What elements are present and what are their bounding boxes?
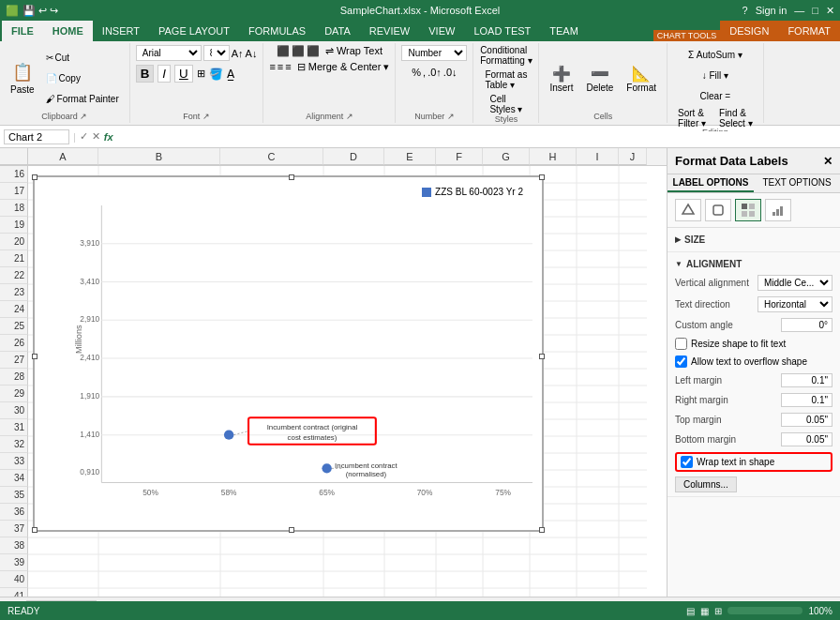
- paste-button[interactable]: 📋 Paste: [6, 51, 39, 107]
- autosum-btn[interactable]: Σ AutoSum ▾: [683, 45, 747, 64]
- copy-button[interactable]: 📄Copy: [41, 69, 124, 88]
- italic-button[interactable]: I: [158, 65, 171, 83]
- tab-load-test[interactable]: LOAD TEST: [464, 21, 540, 41]
- row-18[interactable]: 18: [0, 200, 28, 217]
- row-32[interactable]: 32: [0, 436, 28, 453]
- chart-area[interactable]: ZZS BL 60-0023 Yr 2: [33, 175, 544, 532]
- size-section-header[interactable]: ▶ SIZE: [675, 232, 832, 248]
- row-36[interactable]: 36: [0, 504, 28, 521]
- comma-btn[interactable]: ,: [423, 67, 426, 78]
- row-33[interactable]: 33: [0, 453, 28, 470]
- fill-btn[interactable]: ↓ Fill ▾: [698, 66, 733, 84]
- font-shrink-btn[interactable]: A↓: [246, 48, 258, 59]
- align-right-btn[interactable]: ≡: [285, 61, 291, 73]
- row-40[interactable]: 40: [0, 571, 28, 588]
- format-painter-button[interactable]: 🖌Format Painter: [41, 90, 124, 109]
- row-31[interactable]: 31: [0, 419, 28, 436]
- resize-handle-mr[interactable]: [539, 354, 545, 359]
- col-header-A[interactable]: A: [28, 148, 98, 165]
- row-23[interactable]: 23: [0, 284, 28, 301]
- find-select-btn[interactable]: Find &Select ▾: [714, 109, 758, 128]
- help-btn[interactable]: ?: [742, 5, 748, 16]
- view-normal-btn[interactable]: ▤: [686, 606, 695, 616]
- row-25[interactable]: 25: [0, 318, 28, 335]
- resize-handle-ml[interactable]: [32, 354, 38, 359]
- wrap-text-btn[interactable]: ⇌ Wrap Text: [325, 45, 382, 57]
- align-top-right-btn[interactable]: ⬛: [307, 45, 320, 57]
- cancel-icon[interactable]: ✕: [92, 130, 100, 143]
- col-header-F[interactable]: F: [436, 148, 483, 165]
- tab-text-options[interactable]: TEXT OPTIONS: [754, 174, 840, 192]
- font-size-select[interactable]: 8: [203, 45, 230, 61]
- tab-insert[interactable]: INSERT: [93, 21, 149, 41]
- maximize-btn[interactable]: □: [812, 5, 818, 16]
- row-30[interactable]: 30: [0, 402, 28, 419]
- view-layout-btn[interactable]: ▦: [700, 606, 709, 616]
- align-center-btn[interactable]: ≡: [278, 61, 283, 73]
- format-cells-button[interactable]: 📐 Format: [622, 62, 661, 96]
- zoom-bar[interactable]: [728, 607, 802, 614]
- border-btn[interactable]: ⊞: [197, 68, 205, 80]
- col-header-E[interactable]: E: [384, 148, 436, 165]
- resize-shape-checkbox[interactable]: [675, 338, 687, 350]
- resize-handle-tr[interactable]: [539, 174, 545, 180]
- row-26[interactable]: 26: [0, 335, 28, 352]
- col-header-J[interactable]: J: [619, 148, 647, 165]
- wrap-text-checkbox[interactable]: [681, 456, 693, 468]
- effects-icon[interactable]: [705, 199, 731, 221]
- tab-label-options[interactable]: LABEL OPTIONS: [668, 174, 754, 192]
- row-28[interactable]: 28: [0, 369, 28, 386]
- text-direction-select[interactable]: Horizontal: [758, 296, 832, 312]
- font-family-select[interactable]: Arial: [136, 45, 202, 61]
- alignment-section-header[interactable]: ▼ ALIGNMENT: [675, 256, 832, 272]
- row-19[interactable]: 19: [0, 217, 28, 234]
- allow-overflow-checkbox[interactable]: [675, 355, 687, 368]
- row-38[interactable]: 38: [0, 537, 28, 554]
- merge-center-btn[interactable]: ⊟ Merge & Center ▾: [297, 61, 390, 73]
- row-17[interactable]: 17: [0, 183, 28, 200]
- data-point-1[interactable]: [224, 431, 233, 440]
- font-grow-btn[interactable]: A↑: [232, 48, 244, 59]
- row-21[interactable]: 21: [0, 250, 28, 267]
- col-header-C[interactable]: C: [220, 148, 323, 165]
- col-header-I[interactable]: I: [577, 148, 619, 165]
- view-break-btn[interactable]: ⊞: [714, 606, 722, 616]
- row-20[interactable]: 20: [0, 234, 28, 250]
- col-header-B[interactable]: B: [98, 148, 220, 165]
- row-22[interactable]: 22: [0, 267, 28, 284]
- tab-data[interactable]: DATA: [315, 21, 360, 41]
- col-header-D[interactable]: D: [323, 148, 384, 165]
- row-16[interactable]: 16: [0, 166, 28, 183]
- sign-in[interactable]: Sign in: [756, 5, 788, 16]
- row-41[interactable]: 41: [0, 588, 28, 597]
- name-box[interactable]: [4, 129, 69, 144]
- data-point-2[interactable]: [322, 463, 331, 473]
- columns-button[interactable]: Columns...: [675, 476, 737, 492]
- resize-handle-br[interactable]: [539, 527, 545, 533]
- increase-decimal-btn[interactable]: .0↑: [428, 67, 442, 78]
- size-properties-icon[interactable]: [735, 199, 761, 221]
- row-35[interactable]: 35: [0, 487, 28, 504]
- close-btn[interactable]: ✕: [826, 5, 834, 17]
- row-27[interactable]: 27: [0, 352, 28, 369]
- col-header-G[interactable]: G: [483, 148, 530, 165]
- tab-file[interactable]: FILE: [2, 21, 43, 41]
- cut-button[interactable]: ✂Cut: [41, 49, 124, 68]
- resize-handle-bl[interactable]: [32, 527, 38, 533]
- tab-view[interactable]: VIEW: [419, 21, 464, 41]
- tab-page-layout[interactable]: PAGE LAYOUT: [149, 21, 239, 41]
- resize-handle-tc[interactable]: [289, 174, 294, 180]
- sort-filter-btn[interactable]: Sort &Filter ▾: [673, 109, 711, 128]
- col-header-H[interactable]: H: [530, 148, 577, 165]
- row-24[interactable]: 24: [0, 301, 28, 318]
- align-top-left-btn[interactable]: ⬛: [277, 45, 290, 57]
- check-icon[interactable]: ✓: [80, 130, 88, 143]
- resize-handle-tl[interactable]: [32, 174, 38, 180]
- fx-icon[interactable]: fx: [104, 131, 113, 143]
- align-left-btn[interactable]: ≡: [269, 61, 275, 73]
- tab-formulas[interactable]: FORMULAS: [239, 21, 315, 41]
- delete-cells-button[interactable]: ➖ Delete: [581, 62, 618, 96]
- insert-cells-button[interactable]: ➕ Insert: [545, 62, 578, 96]
- fill-icon[interactable]: [675, 199, 701, 221]
- row-34[interactable]: 34: [0, 470, 28, 487]
